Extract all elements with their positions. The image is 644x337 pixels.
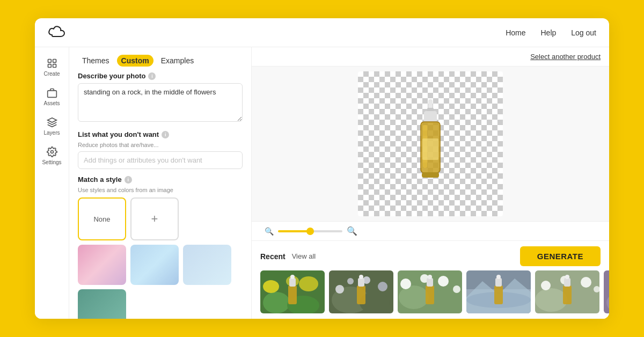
svg-rect-1 — [53, 60, 56, 63]
dont-want-input[interactable] — [78, 151, 243, 169]
swatch-blue[interactable] — [130, 245, 179, 285]
svg-point-16 — [263, 292, 290, 313]
svg-point-18 — [263, 280, 279, 293]
svg-rect-23 — [290, 275, 295, 279]
svg-rect-41 — [426, 285, 434, 304]
svg-rect-13 — [422, 138, 438, 160]
match-style-info-icon[interactable]: i — [125, 176, 132, 184]
svg-rect-7 — [428, 99, 433, 109]
svg-rect-42 — [427, 278, 433, 287]
recent-row: Recent View all GENERATE — [260, 246, 601, 266]
zoom-slider[interactable] — [278, 230, 342, 232]
style-grid: None + — [78, 197, 243, 240]
create-icon — [47, 58, 57, 69]
recent-image-2[interactable] — [329, 270, 393, 313]
assets-icon — [47, 87, 57, 98]
assets-label: Assets — [43, 100, 60, 106]
recent-image-3[interactable] — [398, 270, 462, 313]
recent-image-4[interactable] — [466, 270, 531, 313]
svg-rect-33 — [359, 275, 363, 279]
nav-links: Home Help Log out — [506, 28, 596, 37]
svg-point-19 — [299, 276, 318, 291]
style-swatches — [78, 245, 243, 319]
match-style-subtitle: Use styles and colors from an image — [78, 187, 243, 193]
svg-rect-0 — [48, 60, 51, 63]
right-top-bar: Select another product — [252, 47, 609, 67]
svg-rect-31 — [357, 285, 365, 304]
svg-point-40 — [453, 285, 460, 293]
svg-point-56 — [581, 277, 591, 288]
recent-left: Recent View all — [260, 252, 316, 261]
describe-section: Describe your photo i standing on a rock… — [69, 72, 251, 130]
svg-rect-3 — [53, 64, 56, 68]
svg-rect-49 — [495, 278, 502, 287]
sidebar-item-create[interactable]: Create — [37, 54, 67, 81]
main-layout: Create Assets Layers Settings — [35, 47, 609, 319]
zoom-bar: 🔍 🔍 — [252, 221, 609, 240]
match-style-title: Match a style i — [78, 175, 243, 184]
canvas-area — [252, 67, 609, 221]
dont-want-subtitle: Reduce photos that are/have... — [78, 142, 243, 148]
recent-image-1[interactable] — [260, 270, 325, 313]
layers-icon — [47, 117, 57, 128]
svg-rect-59 — [564, 278, 570, 287]
svg-rect-32 — [358, 278, 364, 287]
tab-custom[interactable]: Custom — [117, 55, 153, 67]
view-all-link[interactable]: View all — [292, 252, 316, 260]
swatch-sky[interactable] — [183, 245, 231, 285]
recent-image-6[interactable] — [604, 270, 609, 313]
describe-textarea[interactable]: standing on a rock, in the middle of flo… — [78, 83, 243, 122]
right-panel: Select another product — [252, 47, 609, 319]
svg-point-35 — [399, 285, 429, 309]
tabs-row: Themes Custom Examples — [69, 47, 251, 72]
tab-themes[interactable]: Themes — [78, 55, 114, 67]
svg-rect-58 — [563, 285, 572, 304]
describe-info-icon[interactable]: i — [148, 72, 156, 80]
swatch-pink[interactable] — [78, 245, 126, 285]
style-none[interactable]: None — [78, 197, 126, 240]
settings-icon — [47, 146, 57, 157]
describe-title: Describe your photo i — [78, 72, 243, 80]
recent-image-5[interactable] — [535, 270, 599, 313]
svg-rect-43 — [428, 275, 432, 279]
svg-point-6 — [50, 151, 53, 153]
zoom-in-icon: 🔍 — [347, 226, 357, 236]
home-link[interactable]: Home — [506, 28, 525, 37]
svg-point-30 — [378, 282, 387, 291]
left-panel: Themes Custom Examples Describe your pho… — [69, 47, 252, 319]
svg-point-39 — [438, 276, 449, 287]
svg-marker-5 — [47, 118, 56, 122]
help-link[interactable]: Help — [540, 28, 556, 37]
style-add[interactable]: + — [130, 197, 179, 240]
bottom-area: Recent View all GENERATE — [252, 240, 609, 319]
svg-rect-4 — [47, 91, 56, 98]
match-style-section: Match a style i Use styles and colors fr… — [69, 175, 251, 319]
create-label: Create — [43, 71, 60, 77]
svg-point-54 — [541, 281, 551, 290]
swatch-teal[interactable] — [78, 289, 126, 319]
sidebar-item-layers[interactable]: Layers — [37, 113, 67, 140]
sidebar: Create Assets Layers Settings — [35, 47, 69, 319]
logout-link[interactable]: Log out — [571, 28, 596, 37]
svg-rect-21 — [288, 285, 297, 304]
svg-point-53 — [568, 292, 598, 313]
layers-label: Layers — [43, 130, 60, 136]
svg-rect-50 — [496, 275, 501, 279]
top-nav: Home Help Log out — [35, 18, 609, 47]
generate-button[interactable]: GENERATE — [520, 246, 601, 266]
select-product-link[interactable]: Select another product — [530, 53, 601, 61]
recent-label: Recent — [260, 252, 286, 261]
tab-examples[interactable]: Examples — [157, 55, 198, 67]
zoom-out-icon: 🔍 — [265, 227, 274, 236]
sidebar-item-settings[interactable]: Settings — [37, 142, 67, 170]
sidebar-item-assets[interactable]: Assets — [37, 83, 67, 111]
svg-rect-2 — [48, 64, 51, 68]
dont-want-info-icon[interactable]: i — [162, 131, 169, 138]
svg-rect-14 — [422, 172, 439, 178]
svg-rect-9 — [424, 111, 437, 123]
product-canvas — [358, 71, 503, 216]
dont-want-title: List what you don't want i — [78, 130, 243, 138]
svg-point-37 — [400, 279, 411, 289]
svg-point-52 — [535, 288, 567, 312]
svg-rect-48 — [494, 285, 503, 304]
